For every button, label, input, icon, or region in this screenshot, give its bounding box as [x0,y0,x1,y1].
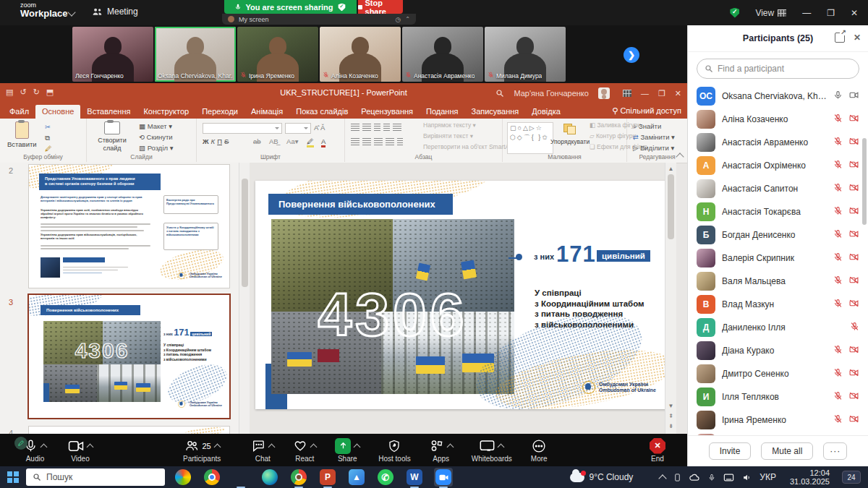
mic-tray-icon[interactable] [708,473,715,482]
previous-slide-icon[interactable]: ⇞ [665,413,676,419]
search-icon[interactable] [495,89,504,98]
taskbar-app-explorer-icon[interactable] [231,468,250,487]
muted-mic-icon[interactable] [833,182,843,195]
taskbar-app-zoom-icon[interactable] [434,468,453,487]
popout-icon[interactable] [835,33,845,43]
minimize-button[interactable]: — [802,8,811,18]
notification-badge[interactable]: 24 [842,471,861,484]
font-color-icon[interactable]: А [321,137,326,147]
ppt-tab-Файл[interactable]: Файл [3,105,35,119]
participant-row[interactable]: Валя Мальцева [688,270,868,293]
video-off-icon[interactable] [848,136,859,149]
taskbar-app-word-icon[interactable]: W [405,468,424,487]
chevron-up-icon[interactable] [87,444,94,451]
muted-mic-icon[interactable] [833,414,843,427]
font-family-select[interactable] [203,123,282,134]
list-bullet-icons[interactable] [351,124,404,132]
participant-row[interactable]: НАнастасія Токарєва [688,200,868,223]
slide-thumbnail-3-selected[interactable]: Повернення військовополонених 4306 з них… [29,295,229,418]
participant-search-input[interactable]: Find a participant [697,59,859,79]
ppt-close-button[interactable]: ✕ [675,89,681,98]
video-tile[interactable]: Милана Димура [485,27,566,82]
close-button[interactable]: ✕ [851,8,858,18]
toolbar-whiteboards-button[interactable]: Whiteboards [472,438,512,463]
smartart-button[interactable]: Перетворити на об'єкт SmartArt [423,143,513,150]
chevron-up-icon[interactable] [498,444,505,451]
ppt-tab-Довідка[interactable]: Довідка [525,105,567,119]
participant-row[interactable]: OCOksana Cherviakova, Kharkiv, O.. [688,85,868,108]
muted-mic-icon[interactable] [833,205,843,218]
muted-mic-icon[interactable] [833,228,843,241]
arrange-button[interactable]: Упорядкувати [550,121,588,145]
toolbar-host-tools-button[interactable]: Host tools [378,438,410,463]
thumbnail-scrollbar[interactable] [239,163,250,434]
toolbar-share-button[interactable]: Share [335,438,359,463]
start-button[interactable] [7,471,19,483]
char-spacing-icon[interactable]: АВ̲ [269,137,278,145]
chevron-up-icon[interactable] [446,444,454,451]
close-panel-icon[interactable]: ✕ [854,33,861,43]
strikethrough-icon[interactable]: ab [253,137,261,145]
taskbar-app-chrome-icon[interactable] [203,468,221,487]
video-tile[interactable]: Аліна Козаченко [320,27,401,82]
video-off-icon[interactable] [848,113,859,126]
taskbar-app-meet-icon[interactable] [289,468,308,487]
replace-button[interactable]: ⇄ Замінити ▾ [633,133,675,141]
next-page-button[interactable]: ❯ [624,47,639,63]
participant-row[interactable]: Ірина Яременко [688,408,868,432]
slide-thumbnail-2[interactable]: Представник Уповноваженого з прав людини… [29,165,229,288]
slide-thumbnail-4[interactable] [29,427,229,434]
shapes-gallery[interactable]: ▢○△▷☆ ⬡◇⌒{ }✩ [507,122,553,154]
video-off-icon[interactable] [848,367,859,380]
scroll-up-icon[interactable]: ▲ [665,166,676,172]
muted-mic-icon[interactable] [833,298,843,311]
new-slide-button[interactable]: Створити слайд [90,121,135,152]
chevron-up-icon[interactable] [268,444,276,451]
video-off-icon[interactable] [848,159,859,172]
maximize-button[interactable]: ❐ [827,8,835,18]
video-off-icon[interactable] [848,228,859,241]
highlight-color-icon[interactable]: 🖉 [307,137,314,147]
change-case-icon[interactable]: Аа▾ [286,137,299,145]
collapse-icon[interactable]: ⌃ [405,16,410,22]
next-slide-icon[interactable]: ⇟ [665,423,676,429]
ppt-maximize-button[interactable]: ❐ [658,89,665,98]
video-tile[interactable]: Леся Гончаренко [72,27,153,82]
muted-mic-icon[interactable] [833,136,843,149]
onedrive-icon[interactable] [689,474,700,481]
ppt-tab-Вставлення[interactable]: Вставлення [80,105,137,119]
find-button[interactable]: ⌕ Знайти [633,122,661,131]
paste-button[interactable]: Вставити [7,121,37,148]
font-style-button-S[interactable]: S [224,137,229,145]
muted-mic-icon[interactable] [833,252,843,265]
copy-icon[interactable]: ⧉ [45,134,50,142]
layout-button[interactable]: ▦ Макет ▾ [139,122,172,130]
participant-row[interactable]: Ксенія Жерьобкіна [688,432,868,435]
muted-mic-icon[interactable] [833,159,843,172]
font-style-button-Ж[interactable]: Ж [203,137,209,145]
video-off-icon[interactable] [848,182,859,195]
toolbar-chat-button[interactable]: Chat [251,438,274,463]
toolbar-react-button[interactable]: React [293,438,316,463]
ppt-tab-Подання[interactable]: Подання [420,105,464,119]
scroll-down-icon[interactable]: ▼ [665,403,676,409]
format-painter-icon[interactable]: 🖉 [45,145,52,153]
reset-button[interactable]: ⟲ Скинути [139,133,173,141]
taskbar-search-input[interactable]: Пошук [26,468,165,486]
video-tile[interactable]: Ірина Яременко [237,27,318,82]
text-direction-button[interactable]: Напрямок тексту ▾ [423,121,476,129]
participants-scrollbar[interactable] [862,138,867,225]
video-tile[interactable]: Oksana Cherviakova, Khar... [155,27,236,82]
participant-row[interactable]: Дмитро Сененко [688,362,868,385]
ppt-tab-Анімація[interactable]: Анімація [244,105,289,119]
video-off-icon[interactable] [848,414,859,427]
ppt-tab-Переходи[interactable]: Переходи [195,105,244,119]
timer-icon[interactable]: ◷ [395,16,401,23]
participant-row[interactable]: Анастасія Сапитон [688,177,868,200]
ppt-tab-Рецензування[interactable]: Рецензування [354,105,420,119]
toolbar-apps-button[interactable]: Apps [430,438,453,463]
taskbar-app-powerpoint-icon[interactable]: P [318,468,337,487]
video-icon[interactable] [848,90,859,103]
muted-mic-icon[interactable] [833,275,843,288]
align-icons[interactable] [351,138,406,147]
